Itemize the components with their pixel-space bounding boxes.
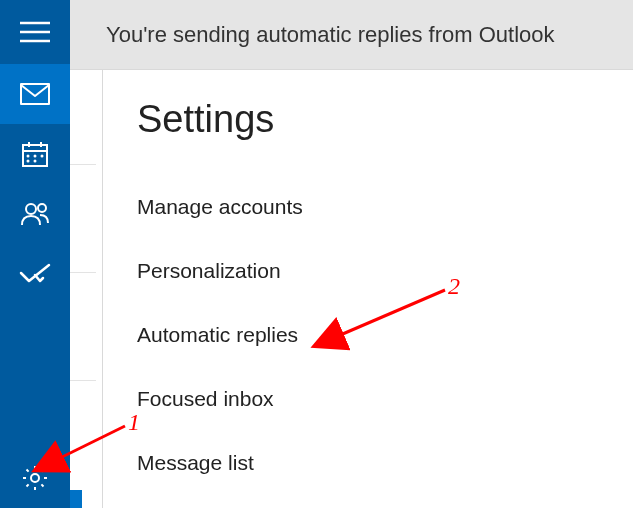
message-list-mini [70,70,96,508]
nav-rail [0,0,70,508]
gear-icon [21,464,49,492]
calendar-icon [21,140,49,168]
people-icon [19,201,51,227]
notification-text: You're sending automatic replies from Ou… [106,22,555,48]
nav-people[interactable] [0,184,70,244]
settings-item-focused-inbox[interactable]: Focused inbox [137,367,633,431]
settings-item-label: Personalization [137,259,281,282]
settings-title: Settings [137,98,633,141]
rail-bottom [0,448,70,508]
nav-calendar[interactable] [0,124,70,184]
nav-settings[interactable] [0,448,70,508]
settings-item-automatic-replies[interactable]: Automatic replies [137,303,633,367]
todo-icon [19,263,51,285]
settings-item-manage-accounts[interactable]: Manage accounts [137,175,633,239]
settings-item-label: Message list [137,451,254,474]
mail-icon [20,83,50,105]
settings-item-message-list[interactable]: Message list [137,431,633,495]
svg-point-15 [31,474,39,482]
settings-item-label: Automatic replies [137,323,298,346]
svg-point-14 [38,204,46,212]
divider [70,164,96,165]
settings-item-personalization[interactable]: Personalization [137,239,633,303]
nav-mail[interactable] [0,64,70,124]
hamburger-button[interactable] [0,0,70,64]
app-root: You're sending automatic replies from Ou… [0,0,633,508]
settings-item-label: Focused inbox [137,387,274,410]
settings-item-label: Manage accounts [137,195,303,218]
divider [70,380,96,381]
menu-icon [20,21,50,43]
rail-top [0,0,70,304]
svg-rect-3 [21,84,49,104]
settings-panel: Settings Manage accounts Personalization… [102,70,633,508]
selection-indicator [70,490,82,508]
automatic-replies-notification[interactable]: You're sending automatic replies from Ou… [70,0,633,70]
nav-todo[interactable] [0,244,70,304]
divider [70,272,96,273]
svg-point-13 [26,204,36,214]
